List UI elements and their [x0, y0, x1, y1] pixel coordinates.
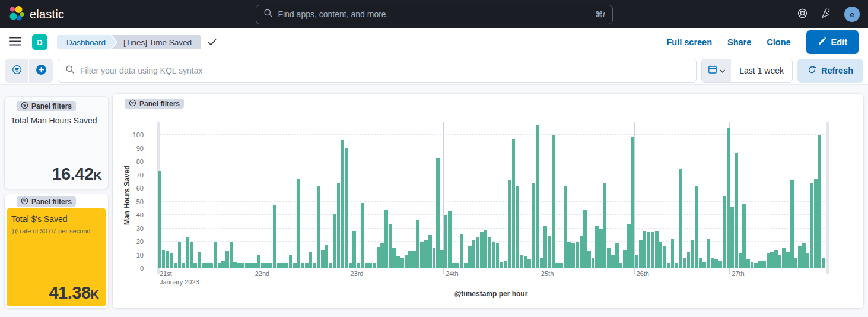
- chevron-down-icon: [720, 66, 725, 75]
- kql-filter-input[interactable]: [80, 66, 689, 75]
- kql-filter-box: [58, 59, 697, 83]
- panel-filters-badge[interactable]: Panel filters: [17, 196, 76, 207]
- metric-subtitle: @ rate of $0.07 per second: [11, 227, 101, 234]
- time-range-value[interactable]: Last 1 week: [731, 59, 792, 82]
- bar: [433, 248, 436, 268]
- hamburger-icon: [9, 37, 21, 47]
- bar: [480, 232, 484, 268]
- bar: [405, 255, 408, 268]
- date-picker-button[interactable]: [702, 59, 731, 82]
- bar: [424, 240, 428, 268]
- news-feed-button[interactable]: [821, 8, 832, 21]
- bar: [679, 169, 682, 268]
- bar: [209, 263, 213, 268]
- y-tick-label: 60: [120, 184, 144, 192]
- bar: [202, 263, 205, 268]
- bar: [543, 226, 547, 268]
- bar: [368, 263, 372, 268]
- y-tick-label: 80: [120, 157, 144, 166]
- x-tick: 26th: [634, 270, 649, 277]
- bar: [444, 215, 448, 268]
- refresh-button[interactable]: Refresh: [797, 59, 863, 83]
- global-search-box[interactable]: ⌘/: [256, 5, 613, 24]
- breadcrumb-dashboard[interactable]: Dashboard: [57, 35, 116, 49]
- y-tick-label: 100: [120, 131, 144, 139]
- y-tick-label: 10: [120, 251, 144, 259]
- user-avatar[interactable]: e: [844, 7, 860, 22]
- bar: [774, 250, 778, 268]
- x-tick-label: 22nd: [253, 270, 269, 277]
- bar: [162, 250, 166, 268]
- bar: [758, 261, 762, 268]
- bar: [301, 263, 304, 268]
- y-tick-label: 70: [120, 171, 144, 179]
- bar: [567, 242, 571, 268]
- breadcrumb-current-page: [Tines] Time Saved: [112, 35, 201, 49]
- bar: [452, 263, 456, 268]
- panel-filters-badge-label: Panel filters: [139, 100, 180, 108]
- bar: [651, 232, 654, 268]
- bar: [225, 251, 229, 268]
- bar: [592, 258, 595, 268]
- bar: [611, 255, 615, 268]
- help-button[interactable]: [797, 8, 808, 21]
- bar: [695, 186, 698, 268]
- bar: [818, 135, 822, 268]
- chart-end-band: [826, 122, 829, 274]
- main-menu-button[interactable]: [9, 37, 21, 47]
- bar: [643, 231, 647, 268]
- bar: [754, 263, 758, 268]
- bar: [786, 252, 790, 268]
- bar: [615, 243, 619, 268]
- metric-panel-dollars-saved: Panel filters Total $'s Saved @ rate of …: [5, 194, 108, 308]
- plus-circle-icon: [36, 65, 46, 77]
- bar: [794, 258, 798, 268]
- breadcrumb: Dashboard [Tines] Time Saved: [57, 35, 217, 49]
- full-screen-button[interactable]: Full screen: [666, 37, 712, 47]
- clone-button[interactable]: Clone: [767, 37, 790, 47]
- panel-filters-badge[interactable]: Panel filters: [17, 101, 76, 111]
- filter-options-button[interactable]: [5, 59, 28, 83]
- x-tick-label: 26th: [634, 270, 649, 277]
- bar: [361, 203, 364, 268]
- bar: [285, 263, 289, 268]
- query-bar: Last 1 week Refresh: [0, 56, 868, 85]
- space-avatar[interactable]: D: [32, 34, 47, 50]
- filter-circle-icon: [21, 102, 28, 111]
- bar: [170, 253, 173, 268]
- filter-controls-group: [5, 59, 53, 83]
- calendar-icon: [708, 65, 717, 76]
- bar: [230, 242, 233, 268]
- x-axis-labels: 21stJanuary 202322nd23rd24th25th26th27th: [157, 270, 825, 287]
- x-tick: 22nd: [253, 270, 269, 277]
- edit-button-label: Edit: [831, 37, 847, 47]
- bar: [233, 262, 237, 268]
- add-filter-button[interactable]: [29, 59, 53, 83]
- bar: [428, 235, 432, 268]
- refresh-icon: [807, 65, 816, 76]
- bar: [727, 128, 730, 268]
- bar: [751, 262, 754, 268]
- global-search-input[interactable]: [278, 9, 590, 19]
- bar: [281, 263, 285, 268]
- bar: [214, 242, 217, 268]
- bar: [221, 261, 225, 268]
- bar: [389, 224, 392, 268]
- share-button[interactable]: Share: [727, 37, 751, 47]
- chart-plot[interactable]: [157, 122, 825, 268]
- bar: [373, 263, 376, 268]
- edit-button[interactable]: Edit: [806, 30, 859, 54]
- panel-filters-badge[interactable]: Panel filters: [125, 99, 184, 109]
- x-tick: 21stJanuary 2023: [157, 270, 199, 286]
- bar: [484, 230, 488, 268]
- filter-circle-icon: [129, 99, 136, 109]
- bar: [746, 259, 750, 268]
- elastic-logo[interactable]: elastic: [8, 5, 64, 24]
- bar: [349, 263, 352, 268]
- bar: [555, 263, 559, 268]
- bar: [305, 263, 309, 268]
- bar: [408, 251, 412, 268]
- time-picker: Last 1 week: [701, 59, 793, 83]
- y-tick-label: 90: [120, 144, 144, 153]
- y-axis-labels: 0102030405060708090100: [113, 122, 151, 268]
